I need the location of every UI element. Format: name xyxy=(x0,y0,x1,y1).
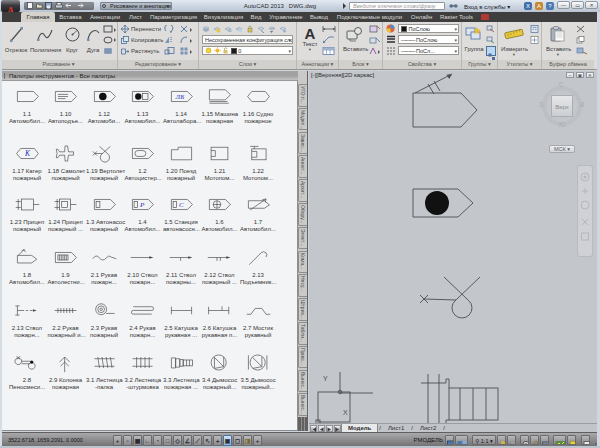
palette-item[interactable]: 3.2 Лестница-штурмовка xyxy=(125,352,161,391)
palette-tab-2[interactable]: Модел... xyxy=(298,108,307,131)
layer-isolate-icon[interactable] xyxy=(224,25,232,33)
measure-button[interactable]: Измерить ▾ xyxy=(501,24,527,57)
palette-tab-5[interactable]: Архит... xyxy=(298,179,307,202)
palette-item[interactable]: К 1.17 Катерпожарный xyxy=(9,143,45,182)
ribbon-tab-12[interactable]: Raster Tools xyxy=(436,12,477,22)
palette-header[interactable]: Палитры инструментов - Все палитры xyxy=(2,71,298,81)
palette-item[interactable]: 1.13Автомобил... xyxy=(125,86,161,125)
palette-tab-11[interactable]: Табли... xyxy=(298,322,307,345)
panel-modify-label[interactable]: Редактирование ▾ xyxy=(118,60,198,69)
quickcalc-icon[interactable] xyxy=(530,25,540,33)
palette-item[interactable]: 3.3 Лестницапожарная ... xyxy=(163,352,199,391)
palette-item[interactable]: 1.22Мотопом... xyxy=(240,143,276,182)
palette-item[interactable]: 3.1 Лестница-палка xyxy=(86,352,122,391)
palette-item[interactable]: 2.10 Стволпожарн... xyxy=(125,247,161,286)
layer-off-icon[interactable] xyxy=(213,25,221,33)
palette-tab-9[interactable]: Несу... xyxy=(298,274,307,297)
palette-item[interactable]: 2.9 Колонкапожарная xyxy=(48,352,84,391)
palette-item[interactable]: 2.5 Катушкарукавная ... xyxy=(163,300,199,339)
lock-ui-button[interactable] xyxy=(530,435,539,445)
mode-osnap-button[interactable]: □ xyxy=(163,435,172,446)
block-edit-icon[interactable] xyxy=(369,25,381,33)
palette-item[interactable]: 2.8Пеносмеси... xyxy=(9,352,45,391)
cut-icon[interactable] xyxy=(576,25,588,33)
palette-item[interactable]: 1.6Автомобил... xyxy=(202,194,238,233)
ribbon-tab-1[interactable]: Главная xyxy=(21,12,55,22)
palette-item[interactable]: 1.19 Вертолетпожарный xyxy=(86,143,122,182)
palette-item[interactable]: 2.11 Стволпожарны... xyxy=(163,247,199,286)
palette-tab-12[interactable]: Прим... xyxy=(298,346,307,369)
copy-button[interactable]: Копировать xyxy=(121,36,163,44)
scale-icon[interactable] xyxy=(164,47,176,55)
leader-icon[interactable] xyxy=(322,36,337,44)
lineweight-dropdown[interactable]: ——— ПоСлою▾ xyxy=(398,35,459,44)
matchprops-icon[interactable] xyxy=(576,47,588,55)
layer-freeze-icon[interactable] xyxy=(235,25,243,33)
move-button[interactable]: Перенести xyxy=(121,25,161,33)
layer-state-icon[interactable] xyxy=(279,25,287,33)
palette-item[interactable]: 1.15 Машинапожарная xyxy=(202,86,238,125)
annotation-autoscale-button[interactable] xyxy=(507,435,516,445)
palette-tab-1[interactable]: УГО п... xyxy=(298,84,307,107)
palette-tab-8[interactable]: Кома... xyxy=(298,251,307,274)
layout-prev-button[interactable] xyxy=(318,425,325,432)
palette-item[interactable]: 1.7Автомобил... xyxy=(240,194,276,233)
help-icon[interactable]: ? xyxy=(546,2,554,10)
hatch-tool-icon[interactable] xyxy=(103,47,116,55)
arc-button[interactable]: Дуга xyxy=(84,24,102,53)
panel-block-label[interactable]: Блок ▾ xyxy=(339,60,382,69)
layer-match-icon[interactable] xyxy=(257,25,265,33)
app-menu-button[interactable]: A xyxy=(1,0,20,12)
trim-icon[interactable] xyxy=(180,25,194,33)
polyline-button[interactable]: Полилиния xyxy=(30,24,60,53)
palette-item[interactable]: 3.5 Дымососпожарный... xyxy=(240,352,276,391)
signin-label[interactable]: Вход в службы ▾ xyxy=(464,3,510,10)
palette-item[interactable]: 1.3 Автонасоспожарный xyxy=(86,194,122,233)
color-dropdown[interactable]: ПоСлою▾ xyxy=(398,24,459,33)
drawing-canvas[interactable]: [-][Верхняя][2D каркас] – ▣ ✕ Верх С Ю З… xyxy=(309,71,598,423)
palette-item[interactable]: 1.20 Поездпожарный xyxy=(163,143,199,182)
array-icon[interactable] xyxy=(180,47,194,55)
new-file-icon[interactable] xyxy=(27,2,33,9)
annotation-visibility-button[interactable] xyxy=(497,435,506,445)
mode-otrack-button[interactable]: ∠ xyxy=(183,435,192,446)
palette-item[interactable]: 1.23 Прицеппожарный xyxy=(9,194,45,233)
annotation-scale-button[interactable]: ⚲ 1:1 ▾ xyxy=(472,435,496,445)
layout-next-button[interactable] xyxy=(326,425,333,432)
search-history-arrow-icon[interactable] xyxy=(343,3,346,9)
quickview-layouts-button[interactable] xyxy=(445,435,454,445)
hardware-accel-button[interactable] xyxy=(540,435,549,445)
circle-button[interactable]: Круг xyxy=(61,24,83,53)
performance-button[interactable] xyxy=(553,435,566,445)
lineweight-list-icon[interactable] xyxy=(386,35,396,44)
undo-icon[interactable] xyxy=(65,2,73,9)
group-button[interactable]: Группа xyxy=(464,24,484,52)
palette-item[interactable]: 2.12 Стволпожарный ... xyxy=(202,247,238,286)
mode-quickprops-button[interactable]: ◻ xyxy=(233,435,242,446)
group-edit-icon[interactable] xyxy=(486,36,496,44)
palette-item[interactable]: 2.3 Рукавпожарный xyxy=(86,300,122,339)
entity-helicopter[interactable] xyxy=(420,277,480,318)
ribbon-tab-6[interactable]: Визуализация xyxy=(201,12,246,22)
minimize-button[interactable]: — xyxy=(557,1,570,9)
palette-item[interactable]: С 1.5 Станцияавтонасосн... xyxy=(163,194,199,233)
palette-item[interactable]: 1.24 Прицеппожарный ... xyxy=(48,194,84,233)
express-tools-icon[interactable] xyxy=(481,14,489,20)
ribbon-tab-4[interactable]: Лист xyxy=(125,12,146,22)
save-icon[interactable] xyxy=(45,2,52,9)
mode-isodraft-button[interactable]: ◔ xyxy=(153,435,162,446)
palette-tab-7[interactable]: Элект... xyxy=(298,227,307,250)
palette-item[interactable]: 2.1 Рукавпожарн... xyxy=(86,247,122,286)
panel-annotation-label[interactable]: Аннотации ▾ xyxy=(297,60,338,69)
group-selectable-button[interactable] xyxy=(486,46,496,56)
exchange-icon[interactable]: X xyxy=(524,2,532,10)
mode-selectioncycling-button[interactable]: ◨ xyxy=(243,435,252,446)
open-file-icon[interactable] xyxy=(36,2,43,9)
panel-groups-label[interactable]: Группы ▾ xyxy=(462,60,497,69)
ribbon-tab-5[interactable]: Параметризация xyxy=(147,12,200,22)
linetype-dropdown[interactable]: ——— ПоСл...▾ xyxy=(398,46,459,55)
mode-ortho-button[interactable]: ▦ xyxy=(133,435,142,446)
plot-icon[interactable] xyxy=(55,2,63,9)
palette-tab-3[interactable]: Завес... xyxy=(298,132,307,155)
palette-item[interactable]: 2.7 Мостикрукавный xyxy=(240,300,276,339)
